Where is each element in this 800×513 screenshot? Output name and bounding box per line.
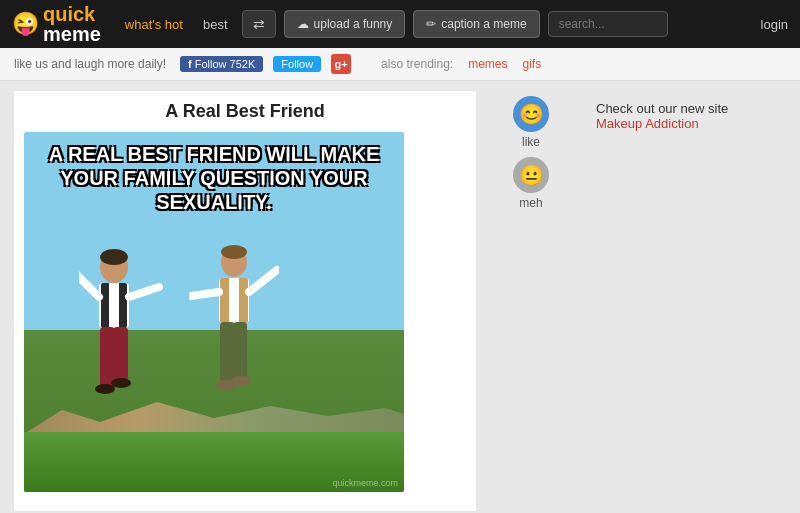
svg-line-17	[249, 270, 277, 292]
logo[interactable]: 😜 quick meme	[12, 4, 101, 44]
svg-point-10	[111, 378, 131, 388]
facebook-follow-button[interactable]: f Follow 752K	[180, 56, 263, 72]
reaction-sidebar: 😊 like 😐 meh	[486, 91, 576, 511]
caption-icon: ✏	[426, 17, 436, 31]
twitter-follow-button[interactable]: Follow	[273, 56, 321, 72]
like-label: like	[522, 135, 540, 149]
svg-point-21	[231, 376, 251, 386]
nav-whats-hot[interactable]: what's hot	[119, 13, 189, 36]
svg-line-5	[79, 272, 99, 297]
logo-meme: meme	[43, 23, 101, 45]
caption-button[interactable]: ✏ caption a meme	[413, 10, 539, 38]
svg-point-9	[95, 384, 115, 394]
svg-rect-15	[229, 278, 239, 323]
meh-button[interactable]: 😐 meh	[513, 157, 549, 210]
logo-text: quick meme	[43, 4, 101, 44]
svg-rect-4	[109, 283, 119, 328]
facebook-label: Follow 752K	[195, 58, 256, 70]
svg-rect-7	[100, 327, 115, 387]
search-input[interactable]	[548, 11, 668, 37]
shuffle-button[interactable]: ⇄	[242, 10, 276, 38]
svg-rect-8	[113, 327, 128, 382]
svg-rect-18	[220, 322, 235, 384]
svg-rect-19	[233, 322, 247, 380]
like-us-text: like us and laugh more daily!	[14, 57, 166, 71]
meme-image: A Real best friend will make your family…	[24, 132, 404, 492]
person-left-figure	[79, 247, 169, 437]
makeup-link[interactable]: Makeup Addiction	[596, 116, 699, 131]
meh-label: meh	[519, 196, 542, 210]
promo-text: Check out our new site	[596, 101, 728, 116]
like-button[interactable]: 😊 like	[513, 96, 549, 149]
upload-label: upload a funny	[314, 17, 393, 31]
upload-button[interactable]: ☁ upload a funny	[284, 10, 406, 38]
meme-content: A Real Best Friend A Real best friend wi…	[14, 91, 476, 511]
twitter-label: Follow	[281, 58, 313, 70]
caption-label: caption a meme	[441, 17, 526, 31]
login-button[interactable]: login	[761, 17, 788, 32]
subheader: like us and laugh more daily! f Follow 7…	[0, 48, 800, 81]
svg-line-16	[189, 292, 219, 297]
meh-icon: 😐	[513, 157, 549, 193]
right-panel: Check out our new site Makeup Addiction	[586, 91, 786, 511]
meme-text: A Real best friend will make your family…	[24, 142, 404, 214]
header: 😜 quick meme what's hot best ⇄ ☁ upload …	[0, 0, 800, 48]
svg-point-12	[221, 245, 247, 259]
facebook-icon: f	[188, 58, 192, 70]
trend-gifs[interactable]: gifs	[523, 57, 542, 71]
svg-line-6	[129, 287, 159, 297]
logo-icon: 😜	[12, 11, 39, 37]
trend-memes[interactable]: memes	[468, 57, 507, 71]
nav-best[interactable]: best	[197, 13, 234, 36]
also-trending-label: also trending:	[381, 57, 453, 71]
main-content: A Real Best Friend A Real best friend wi…	[0, 81, 800, 513]
logo-quick: quick	[43, 3, 95, 25]
googleplus-button[interactable]: g+	[331, 54, 351, 74]
watermark: quickmeme.com	[332, 478, 398, 488]
svg-point-1	[100, 249, 128, 265]
like-icon: 😊	[513, 96, 549, 132]
person-right-figure	[189, 242, 279, 432]
upload-icon: ☁	[297, 17, 309, 31]
meme-title: A Real Best Friend	[24, 101, 466, 122]
